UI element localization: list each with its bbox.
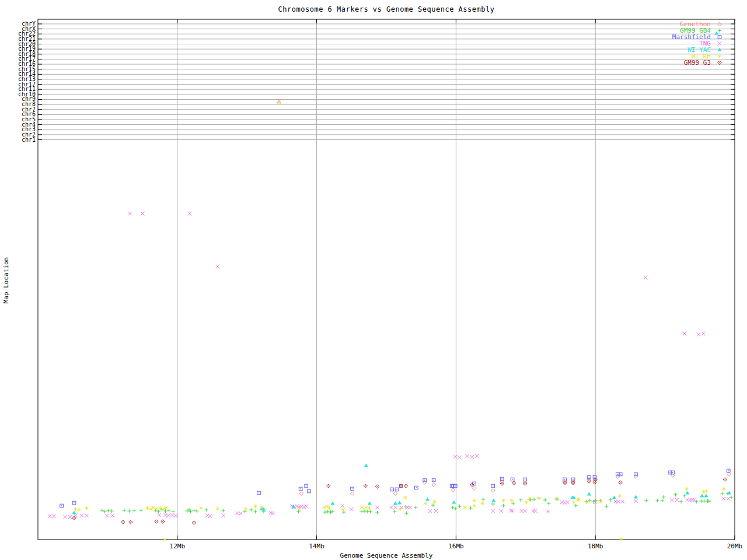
series-wi-yac-points [72,32,731,514]
marker-triangle [491,499,495,502]
marker-square-dot [493,485,494,487]
marker-square-dot [309,491,310,492]
series-wi-rh-points [74,101,725,541]
open-square-icon [711,34,728,40]
marker-cross [675,498,679,502]
marker-cross [546,510,550,513]
marker-plus [431,503,435,507]
marker-plus [404,512,408,515]
marker-asterisk [481,502,484,505]
marker-cross [470,455,474,459]
marker-diamond-dot [719,62,720,64]
marker-square-dot [617,474,619,475]
marker-plus [342,510,345,514]
open-diamond-icon [711,21,728,27]
marker-diamond-dot [595,480,596,481]
marker-cross [693,498,696,502]
marker-diamond-dot [564,482,566,484]
chromosome-gridlines [38,24,735,140]
marker-square-dot [259,492,260,494]
marker-diamond-dot [123,522,124,523]
marker-square-dot [728,470,729,471]
marker-asterisk [424,502,427,505]
marker-plus [375,511,379,514]
marker-cross [683,332,686,335]
marker-cross [533,509,537,513]
marker-plus [139,509,143,512]
diamond-dot-icon [711,60,728,66]
marker-plus [221,509,225,512]
marker-cross [128,212,131,215]
marker-diamond-dot [377,486,378,487]
marker-cross [350,508,353,511]
marker-plus [661,499,664,502]
marker-open-diamond [718,22,721,26]
marker-plus [662,495,665,499]
marker-cross [566,501,569,504]
marker-asterisk [200,506,203,510]
marker-plus [547,502,550,505]
x-tick-label-20Mb: 20Mb [717,542,747,550]
marker-plus [249,508,253,512]
marker-cross [644,276,647,279]
marker-square-dot [433,480,434,481]
marker-open-diamond [423,481,426,484]
marker-square-dot [416,487,417,488]
marker-square-dot [525,479,526,480]
marker-square-dot [719,37,720,38]
marker-cross [621,500,624,503]
marker-diamond-dot [400,485,402,487]
marker-plus [655,499,659,502]
marker-square-dot [392,489,393,490]
marker-cross [74,514,77,517]
marker-square-dot [589,477,590,478]
marker-cross [434,509,438,513]
marker-open-diamond [472,487,476,490]
marker-plus [132,509,136,512]
marker-cross [727,497,730,501]
marker-plus [296,510,300,513]
marker-plus [106,509,110,512]
marker-plus [481,498,485,501]
marker-cross [500,509,503,513]
marker-cross [63,515,67,519]
marker-asterisk [473,504,476,508]
marker-cross [688,498,692,502]
marker-plus [167,509,170,512]
marker-cross [141,212,144,215]
marker-diamond-dot [573,482,574,484]
marker-plus [532,498,536,501]
marker-triangle [717,48,721,51]
legend-label: GM99 G3 [642,60,711,66]
marker-cross [111,514,114,517]
cross-icon [711,40,728,47]
marker-cross [239,512,242,515]
marker-square-dot [501,478,502,480]
marker-plus [414,506,417,509]
marker-cross [408,506,411,509]
marker-asterisk [78,508,81,512]
marker-open-diamond [634,475,637,478]
marker-triangle [700,494,704,498]
marker-diamond-dot [525,483,526,484]
marker-plus [331,510,334,513]
marker-asterisk [463,506,467,509]
marker-plus [192,509,196,512]
chart-title: Chromosome 6 Markers vs Genome Sequence … [38,5,735,13]
legend-item-tng: TNG [642,40,728,47]
marker-open-diamond [432,483,435,487]
marker-cross [718,41,721,45]
marker-diamond-dot [156,521,157,522]
marker-diamond-dot [501,483,502,484]
marker-open-diamond [451,488,455,492]
marker-cross [634,499,637,503]
x-tick-label-14Mb: 14Mb [299,542,334,550]
marker-plus [127,509,131,513]
marker-open-diamond [299,492,303,495]
marker-triangle [364,464,368,467]
marker-triangle [397,501,402,505]
marker-diamond-dot [406,485,407,487]
marker-plus [163,509,167,513]
x-axis-label: Genome Sequence Assembly [38,552,735,559]
marker-square-dot [669,472,671,473]
